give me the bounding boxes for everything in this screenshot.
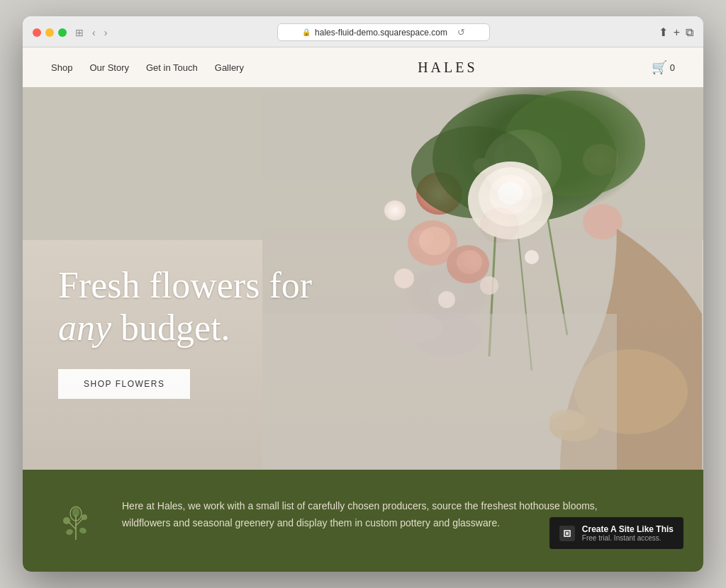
hero-title-italic: any xyxy=(58,307,111,348)
share-button[interactable]: ⬆ xyxy=(659,26,668,39)
svg-point-32 xyxy=(82,514,87,520)
create-site-banner[interactable]: Create A Site Like This Free trial. Inst… xyxy=(549,517,683,549)
squarespace-icon xyxy=(559,526,575,541)
create-banner-subtitle: Free trial. Instant access. xyxy=(582,534,674,542)
svg-point-33 xyxy=(65,528,74,536)
browser-chrome: ⊞ ‹ › 🔒 hales-fluid-demo.squarespace.com… xyxy=(23,16,703,47)
reload-button[interactable]: ↺ xyxy=(457,27,465,38)
address-bar[interactable]: 🔒 hales-fluid-demo.squarespace.com ↺ xyxy=(277,23,490,41)
svg-point-31 xyxy=(63,517,70,524)
hero-title: Fresh flowers for any budget. xyxy=(58,264,312,349)
info-text: Here at Hales, we work with a small list… xyxy=(122,498,604,532)
lock-icon: 🔒 xyxy=(302,28,311,36)
site-navigation: Shop Our Story Get in Touch Gallery HALE… xyxy=(23,47,703,87)
nav-our-story[interactable]: Our Story xyxy=(89,62,129,73)
hero-section: Fresh flowers for any budget. Shop Flowe… xyxy=(23,87,703,470)
hero-title-line1: Fresh flowers for xyxy=(58,265,312,305)
fullscreen-button[interactable] xyxy=(58,28,67,37)
svg-point-10 xyxy=(498,182,523,205)
flower-svg-decoration xyxy=(261,87,703,470)
nav-get-in-touch[interactable]: Get in Touch xyxy=(146,62,198,73)
nav-left: Shop Our Story Get in Touch Gallery xyxy=(51,62,244,73)
svg-point-16 xyxy=(394,268,414,288)
hero-content: Fresh flowers for any budget. Shop Flowe… xyxy=(58,264,312,399)
minimize-button[interactable] xyxy=(45,28,54,37)
svg-rect-25 xyxy=(262,314,617,470)
browser-nav-controls: ⊞ ‹ › xyxy=(74,27,108,38)
forward-button[interactable]: › xyxy=(103,27,109,38)
browser-window: ⊞ ‹ › 🔒 hales-fluid-demo.squarespace.com… xyxy=(23,16,703,572)
svg-point-19 xyxy=(480,276,498,295)
svg-point-18 xyxy=(525,250,539,264)
hero-title-rest: budget. xyxy=(111,307,230,348)
svg-point-15 xyxy=(583,204,622,239)
svg-point-17 xyxy=(438,291,455,308)
cart-count: 0 xyxy=(670,62,675,73)
svg-point-12 xyxy=(419,227,450,255)
address-bar-container: 🔒 hales-fluid-demo.squarespace.com ↺ xyxy=(116,23,651,41)
browser-actions: ⬆ + ⧉ xyxy=(659,26,693,39)
cart-icon: 🛒 xyxy=(652,60,667,75)
windows-button[interactable]: ⧉ xyxy=(686,26,693,39)
close-button[interactable] xyxy=(33,28,41,37)
svg-line-27 xyxy=(69,522,76,529)
traffic-lights xyxy=(33,28,67,37)
brand-logo[interactable]: HALES xyxy=(418,60,477,76)
url-text: hales-fluid-demo.squarespace.com xyxy=(315,28,447,38)
nav-shop[interactable]: Shop xyxy=(51,62,72,73)
cart-button[interactable]: 🛒 0 xyxy=(652,60,675,75)
back-button[interactable]: ‹ xyxy=(91,27,97,38)
svg-point-30 xyxy=(72,507,79,517)
floral-icon xyxy=(58,501,94,543)
nav-gallery[interactable]: Gallery xyxy=(215,62,244,73)
nav-right: 🛒 0 xyxy=(652,60,675,75)
site-content: Shop Our Story Get in Touch Gallery HALE… xyxy=(23,47,703,572)
shop-flowers-button[interactable]: Shop Flowers xyxy=(58,369,190,399)
svg-point-34 xyxy=(79,527,87,535)
tab-icon-button[interactable]: ⊞ xyxy=(74,27,85,38)
create-banner-title: Create A Site Like This xyxy=(582,524,674,534)
svg-point-14 xyxy=(457,250,482,274)
new-tab-button[interactable]: + xyxy=(674,26,680,39)
create-banner-text: Create A Site Like This Free trial. Inst… xyxy=(582,524,674,542)
